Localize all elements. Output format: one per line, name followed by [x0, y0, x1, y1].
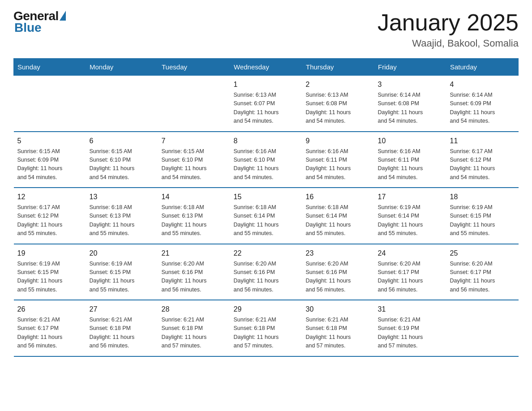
day-info: Sunrise: 6:15 AMSunset: 6:10 PMDaylight:…	[90, 147, 154, 182]
day-info: Sunrise: 6:21 AMSunset: 6:18 PMDaylight:…	[234, 316, 299, 351]
day-info: Sunrise: 6:17 AMSunset: 6:12 PMDaylight:…	[450, 147, 515, 182]
day-cell	[14, 76, 86, 132]
day-info: Sunrise: 6:13 AMSunset: 6:07 PMDaylight:…	[234, 91, 299, 126]
month-title: January 2025	[378, 9, 519, 36]
day-cell: 10Sunrise: 6:16 AMSunset: 6:11 PMDayligh…	[374, 132, 446, 188]
day-info: Sunrise: 6:21 AMSunset: 6:18 PMDaylight:…	[90, 316, 154, 351]
day-number: 12	[17, 192, 82, 202]
day-number: 22	[234, 248, 299, 259]
day-number: 14	[162, 192, 227, 202]
day-number: 9	[306, 136, 371, 146]
day-cell: 6Sunrise: 6:15 AMSunset: 6:10 PMDaylight…	[86, 132, 158, 188]
day-cell: 28Sunrise: 6:21 AMSunset: 6:18 PMDayligh…	[158, 300, 230, 356]
day-cell: 3Sunrise: 6:14 AMSunset: 6:08 PMDaylight…	[374, 76, 446, 132]
day-cell: 31Sunrise: 6:21 AMSunset: 6:19 PMDayligh…	[374, 300, 446, 356]
logo: General Blue	[13, 9, 66, 35]
day-cell: 19Sunrise: 6:19 AMSunset: 6:15 PMDayligh…	[14, 244, 86, 300]
day-cell	[86, 76, 158, 132]
day-number: 10	[378, 136, 443, 146]
day-info: Sunrise: 6:18 AMSunset: 6:14 PMDaylight:…	[306, 203, 371, 238]
day-number: 23	[306, 248, 371, 259]
day-info: Sunrise: 6:20 AMSunset: 6:16 PMDaylight:…	[306, 260, 371, 295]
day-cell: 4Sunrise: 6:14 AMSunset: 6:09 PMDaylight…	[446, 76, 519, 132]
header-cell-monday: Monday	[86, 59, 158, 76]
day-cell: 29Sunrise: 6:21 AMSunset: 6:18 PMDayligh…	[230, 300, 302, 356]
day-cell: 27Sunrise: 6:21 AMSunset: 6:18 PMDayligh…	[86, 300, 158, 356]
day-cell: 24Sunrise: 6:20 AMSunset: 6:17 PMDayligh…	[374, 244, 446, 300]
day-cell: 18Sunrise: 6:19 AMSunset: 6:15 PMDayligh…	[446, 188, 519, 244]
day-number: 13	[90, 192, 154, 202]
day-cell: 8Sunrise: 6:16 AMSunset: 6:10 PMDaylight…	[230, 132, 302, 188]
header-cell-tuesday: Tuesday	[158, 59, 230, 76]
day-cell: 21Sunrise: 6:20 AMSunset: 6:16 PMDayligh…	[158, 244, 230, 300]
day-cell: 5Sunrise: 6:15 AMSunset: 6:09 PMDaylight…	[14, 132, 86, 188]
page-header: General Blue January 2025 Waajid, Bakool…	[13, 9, 519, 49]
day-info: Sunrise: 6:20 AMSunset: 6:17 PMDaylight:…	[378, 260, 443, 295]
day-info: Sunrise: 6:19 AMSunset: 6:15 PMDaylight:…	[450, 203, 515, 238]
header-row: SundayMondayTuesdayWednesdayThursdayFrid…	[14, 59, 519, 76]
day-info: Sunrise: 6:21 AMSunset: 6:17 PMDaylight:…	[17, 316, 82, 351]
day-info: Sunrise: 6:14 AMSunset: 6:09 PMDaylight:…	[450, 91, 515, 126]
week-row-3: 12Sunrise: 6:17 AMSunset: 6:12 PMDayligh…	[14, 188, 519, 244]
calendar-body: 1Sunrise: 6:13 AMSunset: 6:07 PMDaylight…	[14, 76, 519, 356]
day-number: 20	[90, 248, 154, 259]
day-number: 18	[450, 192, 515, 202]
week-row-4: 19Sunrise: 6:19 AMSunset: 6:15 PMDayligh…	[14, 244, 519, 300]
day-number: 5	[17, 136, 82, 146]
day-info: Sunrise: 6:19 AMSunset: 6:15 PMDaylight:…	[17, 260, 82, 295]
day-info: Sunrise: 6:17 AMSunset: 6:12 PMDaylight:…	[17, 203, 82, 238]
day-info: Sunrise: 6:14 AMSunset: 6:08 PMDaylight:…	[378, 91, 443, 126]
day-number: 25	[450, 248, 515, 259]
day-number: 6	[90, 136, 154, 146]
day-info: Sunrise: 6:16 AMSunset: 6:11 PMDaylight:…	[378, 147, 443, 182]
day-number: 26	[17, 304, 82, 315]
day-number: 19	[17, 248, 82, 259]
title-section: January 2025 Waajid, Bakool, Somalia	[378, 9, 519, 49]
day-cell	[158, 76, 230, 132]
day-info: Sunrise: 6:19 AMSunset: 6:14 PMDaylight:…	[378, 203, 443, 238]
day-cell	[446, 300, 519, 356]
logo-blue-text: Blue	[13, 21, 42, 35]
day-cell: 14Sunrise: 6:18 AMSunset: 6:13 PMDayligh…	[158, 188, 230, 244]
day-number: 29	[234, 304, 299, 315]
week-row-2: 5Sunrise: 6:15 AMSunset: 6:09 PMDaylight…	[14, 132, 519, 188]
day-cell: 20Sunrise: 6:19 AMSunset: 6:15 PMDayligh…	[86, 244, 158, 300]
day-cell: 12Sunrise: 6:17 AMSunset: 6:12 PMDayligh…	[14, 188, 86, 244]
day-number: 1	[234, 79, 299, 90]
day-info: Sunrise: 6:20 AMSunset: 6:16 PMDaylight:…	[162, 260, 227, 295]
day-info: Sunrise: 6:21 AMSunset: 6:18 PMDaylight:…	[162, 316, 227, 351]
day-number: 31	[378, 304, 443, 315]
day-number: 21	[162, 248, 227, 259]
day-cell: 17Sunrise: 6:19 AMSunset: 6:14 PMDayligh…	[374, 188, 446, 244]
day-cell: 23Sunrise: 6:20 AMSunset: 6:16 PMDayligh…	[302, 244, 374, 300]
logo-triangle-icon	[60, 11, 66, 21]
day-info: Sunrise: 6:15 AMSunset: 6:09 PMDaylight:…	[17, 147, 82, 182]
week-row-1: 1Sunrise: 6:13 AMSunset: 6:07 PMDaylight…	[14, 76, 519, 132]
day-cell: 25Sunrise: 6:20 AMSunset: 6:17 PMDayligh…	[446, 244, 519, 300]
day-info: Sunrise: 6:19 AMSunset: 6:15 PMDaylight:…	[90, 260, 154, 295]
day-info: Sunrise: 6:21 AMSunset: 6:19 PMDaylight:…	[378, 316, 443, 351]
day-number: 27	[90, 304, 154, 315]
day-number: 2	[306, 79, 371, 90]
day-number: 30	[306, 304, 371, 315]
day-cell: 30Sunrise: 6:21 AMSunset: 6:18 PMDayligh…	[302, 300, 374, 356]
day-cell: 9Sunrise: 6:16 AMSunset: 6:11 PMDaylight…	[302, 132, 374, 188]
day-info: Sunrise: 6:21 AMSunset: 6:18 PMDaylight:…	[306, 316, 371, 351]
day-cell: 1Sunrise: 6:13 AMSunset: 6:07 PMDaylight…	[230, 76, 302, 132]
day-info: Sunrise: 6:16 AMSunset: 6:11 PMDaylight:…	[306, 147, 371, 182]
day-number: 4	[450, 79, 515, 90]
day-cell: 2Sunrise: 6:13 AMSunset: 6:08 PMDaylight…	[302, 76, 374, 132]
day-cell: 22Sunrise: 6:20 AMSunset: 6:16 PMDayligh…	[230, 244, 302, 300]
day-number: 11	[450, 136, 515, 146]
header-cell-friday: Friday	[374, 59, 446, 76]
calendar-table: SundayMondayTuesdayWednesdayThursdayFrid…	[13, 58, 519, 357]
day-number: 15	[234, 192, 299, 202]
day-number: 8	[234, 136, 299, 146]
day-info: Sunrise: 6:13 AMSunset: 6:08 PMDaylight:…	[306, 91, 371, 126]
day-info: Sunrise: 6:20 AMSunset: 6:17 PMDaylight:…	[450, 260, 515, 295]
day-number: 16	[306, 192, 371, 202]
day-info: Sunrise: 6:18 AMSunset: 6:14 PMDaylight:…	[234, 203, 299, 238]
header-cell-sunday: Sunday	[14, 59, 86, 76]
day-info: Sunrise: 6:15 AMSunset: 6:10 PMDaylight:…	[162, 147, 227, 182]
day-number: 24	[378, 248, 443, 259]
